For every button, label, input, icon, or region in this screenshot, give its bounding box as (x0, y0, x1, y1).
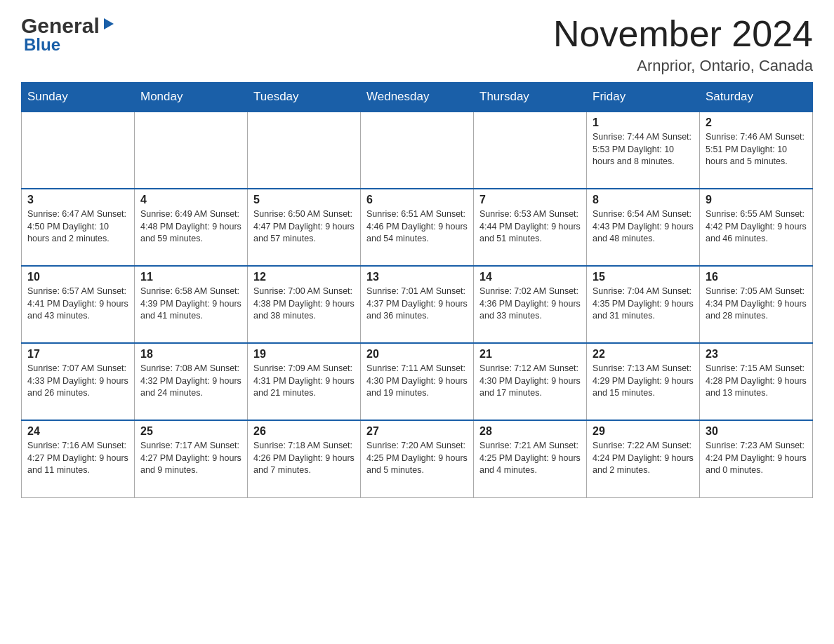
month-year-title: November 2024 (553, 14, 813, 54)
calendar-table: SundayMondayTuesdayWednesdayThursdayFrid… (21, 82, 813, 498)
day-number: 26 (253, 425, 355, 438)
day-info: Sunrise: 7:20 AM Sunset: 4:25 PM Dayligh… (366, 440, 468, 477)
day-number: 19 (253, 348, 355, 361)
day-info: Sunrise: 6:54 AM Sunset: 4:43 PM Dayligh… (593, 208, 694, 246)
week-row-1: 1Sunrise: 7:44 AM Sunset: 5:53 PM Daylig… (22, 112, 813, 189)
logo: General Blue (21, 14, 117, 55)
day-number: 10 (27, 271, 128, 283)
day-number: 29 (593, 425, 694, 438)
week-row-3: 10Sunrise: 6:57 AM Sunset: 4:41 PM Dayli… (22, 266, 813, 343)
calendar-cell: 6Sunrise: 6:51 AM Sunset: 4:46 PM Daylig… (361, 189, 474, 266)
day-info: Sunrise: 6:55 AM Sunset: 4:42 PM Dayligh… (706, 208, 807, 246)
weekday-header-row: SundayMondayTuesdayWednesdayThursdayFrid… (22, 83, 813, 112)
day-info: Sunrise: 7:46 AM Sunset: 5:51 PM Dayligh… (706, 131, 807, 168)
day-number: 21 (479, 348, 581, 361)
calendar-cell: 19Sunrise: 7:09 AM Sunset: 4:31 PM Dayli… (248, 343, 361, 420)
calendar-cell: 22Sunrise: 7:13 AM Sunset: 4:29 PM Dayli… (587, 343, 700, 420)
day-number: 24 (27, 425, 128, 438)
logo-general-text: General (21, 14, 100, 38)
calendar-cell: 25Sunrise: 7:17 AM Sunset: 4:27 PM Dayli… (135, 420, 248, 497)
calendar-cell (135, 112, 248, 189)
svg-marker-0 (104, 18, 114, 29)
calendar-cell: 11Sunrise: 6:58 AM Sunset: 4:39 PM Dayli… (135, 266, 248, 343)
day-number: 6 (366, 194, 468, 206)
day-number: 2 (706, 116, 807, 129)
day-info: Sunrise: 7:04 AM Sunset: 4:35 PM Dayligh… (593, 286, 694, 323)
day-info: Sunrise: 7:13 AM Sunset: 4:29 PM Dayligh… (593, 363, 694, 400)
calendar-cell: 26Sunrise: 7:18 AM Sunset: 4:26 PM Dayli… (248, 420, 361, 497)
day-number: 7 (479, 194, 581, 206)
calendar-cell: 13Sunrise: 7:01 AM Sunset: 4:37 PM Dayli… (361, 266, 474, 343)
day-info: Sunrise: 7:07 AM Sunset: 4:33 PM Dayligh… (27, 363, 128, 400)
day-info: Sunrise: 7:17 AM Sunset: 4:27 PM Dayligh… (140, 440, 241, 477)
day-info: Sunrise: 7:05 AM Sunset: 4:34 PM Dayligh… (706, 286, 807, 323)
day-number: 15 (593, 271, 694, 283)
calendar-cell (361, 112, 474, 189)
day-number: 22 (593, 348, 694, 361)
day-info: Sunrise: 7:12 AM Sunset: 4:30 PM Dayligh… (479, 363, 581, 400)
day-number: 18 (140, 348, 241, 361)
week-row-5: 24Sunrise: 7:16 AM Sunset: 4:27 PM Dayli… (22, 420, 813, 497)
logo-triangle-icon (101, 17, 117, 32)
calendar-cell: 10Sunrise: 6:57 AM Sunset: 4:41 PM Dayli… (22, 266, 135, 343)
day-number: 30 (706, 425, 807, 438)
day-number: 28 (479, 425, 581, 438)
calendar-cell: 21Sunrise: 7:12 AM Sunset: 4:30 PM Dayli… (474, 343, 587, 420)
day-number: 9 (706, 194, 807, 206)
calendar-cell: 15Sunrise: 7:04 AM Sunset: 4:35 PM Dayli… (587, 266, 700, 343)
calendar-cell: 9Sunrise: 6:55 AM Sunset: 4:42 PM Daylig… (700, 189, 813, 266)
calendar-cell: 7Sunrise: 6:53 AM Sunset: 4:44 PM Daylig… (474, 189, 587, 266)
day-info: Sunrise: 7:02 AM Sunset: 4:36 PM Dayligh… (479, 286, 581, 323)
calendar-cell: 1Sunrise: 7:44 AM Sunset: 5:53 PM Daylig… (587, 112, 700, 189)
week-row-4: 17Sunrise: 7:07 AM Sunset: 4:33 PM Dayli… (22, 343, 813, 420)
weekday-header-monday: Monday (135, 83, 248, 112)
calendar-cell: 23Sunrise: 7:15 AM Sunset: 4:28 PM Dayli… (700, 343, 813, 420)
day-info: Sunrise: 6:53 AM Sunset: 4:44 PM Dayligh… (479, 208, 581, 246)
calendar-cell (248, 112, 361, 189)
calendar-cell: 18Sunrise: 7:08 AM Sunset: 4:32 PM Dayli… (135, 343, 248, 420)
day-info: Sunrise: 6:50 AM Sunset: 4:47 PM Dayligh… (253, 208, 355, 246)
day-info: Sunrise: 7:16 AM Sunset: 4:27 PM Dayligh… (27, 440, 128, 477)
calendar-cell: 24Sunrise: 7:16 AM Sunset: 4:27 PM Dayli… (22, 420, 135, 497)
day-info: Sunrise: 7:01 AM Sunset: 4:37 PM Dayligh… (366, 286, 468, 323)
day-number: 1 (593, 116, 694, 129)
calendar-cell: 29Sunrise: 7:22 AM Sunset: 4:24 PM Dayli… (587, 420, 700, 497)
day-number: 23 (706, 348, 807, 361)
day-info: Sunrise: 7:11 AM Sunset: 4:30 PM Dayligh… (366, 363, 468, 400)
day-info: Sunrise: 7:21 AM Sunset: 4:25 PM Dayligh… (479, 440, 581, 477)
calendar-cell: 27Sunrise: 7:20 AM Sunset: 4:25 PM Dayli… (361, 420, 474, 497)
calendar-cell: 28Sunrise: 7:21 AM Sunset: 4:25 PM Dayli… (474, 420, 587, 497)
day-number: 27 (366, 425, 468, 438)
weekday-header-wednesday: Wednesday (361, 83, 474, 112)
calendar-cell (22, 112, 135, 189)
day-number: 11 (140, 271, 241, 283)
calendar-cell: 17Sunrise: 7:07 AM Sunset: 4:33 PM Dayli… (22, 343, 135, 420)
day-number: 8 (593, 194, 694, 206)
calendar-cell: 3Sunrise: 6:47 AM Sunset: 4:50 PM Daylig… (22, 189, 135, 266)
day-number: 25 (140, 425, 241, 438)
calendar-cell: 20Sunrise: 7:11 AM Sunset: 4:30 PM Dayli… (361, 343, 474, 420)
day-info: Sunrise: 6:51 AM Sunset: 4:46 PM Dayligh… (366, 208, 468, 246)
calendar-cell: 2Sunrise: 7:46 AM Sunset: 5:51 PM Daylig… (700, 112, 813, 189)
day-number: 13 (366, 271, 468, 283)
calendar-cell: 16Sunrise: 7:05 AM Sunset: 4:34 PM Dayli… (700, 266, 813, 343)
week-row-2: 3Sunrise: 6:47 AM Sunset: 4:50 PM Daylig… (22, 189, 813, 266)
day-number: 12 (253, 271, 355, 283)
day-info: Sunrise: 6:57 AM Sunset: 4:41 PM Dayligh… (27, 286, 128, 323)
calendar-cell: 4Sunrise: 6:49 AM Sunset: 4:48 PM Daylig… (135, 189, 248, 266)
weekday-header-thursday: Thursday (474, 83, 587, 112)
day-info: Sunrise: 7:08 AM Sunset: 4:32 PM Dayligh… (140, 363, 241, 400)
logo-blue-text: Blue (24, 35, 60, 55)
day-number: 20 (366, 348, 468, 361)
weekday-header-saturday: Saturday (700, 83, 813, 112)
day-info: Sunrise: 6:58 AM Sunset: 4:39 PM Dayligh… (140, 286, 241, 323)
calendar-cell: 5Sunrise: 6:50 AM Sunset: 4:47 PM Daylig… (248, 189, 361, 266)
day-number: 5 (253, 194, 355, 206)
page-header: General Blue November 2024 Arnprior, Ont… (21, 14, 813, 75)
day-info: Sunrise: 7:23 AM Sunset: 4:24 PM Dayligh… (706, 440, 807, 477)
calendar-cell: 30Sunrise: 7:23 AM Sunset: 4:24 PM Dayli… (700, 420, 813, 497)
day-number: 16 (706, 271, 807, 283)
day-info: Sunrise: 7:44 AM Sunset: 5:53 PM Dayligh… (593, 131, 694, 168)
day-number: 4 (140, 194, 241, 206)
day-info: Sunrise: 7:18 AM Sunset: 4:26 PM Dayligh… (253, 440, 355, 477)
